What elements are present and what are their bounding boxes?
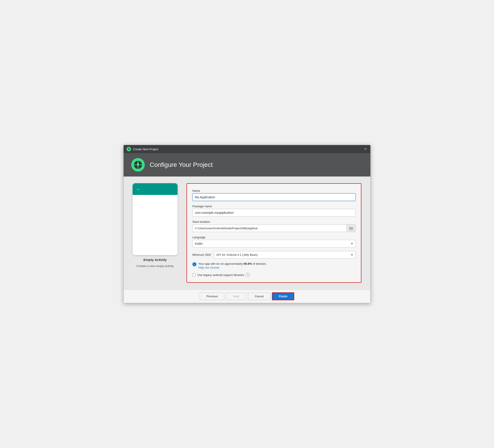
min-sdk-select[interactable]: API 16: Android 4.1 (Jelly Bean) API 21:… bbox=[214, 251, 356, 259]
window-title: Create New Project bbox=[133, 148, 159, 151]
browse-folder-button[interactable] bbox=[346, 224, 356, 232]
save-location-input[interactable] bbox=[192, 224, 346, 232]
svg-text:A: A bbox=[128, 148, 130, 151]
help-me-choose-link[interactable]: Help me choose bbox=[198, 266, 267, 269]
name-label: Name bbox=[192, 189, 356, 192]
footer: Previous Next Cancel Finish bbox=[124, 289, 370, 303]
language-select[interactable]: Kotlin Java bbox=[192, 240, 356, 248]
info-text: Your app will run on approximately 99.8%… bbox=[198, 262, 267, 265]
package-name-input[interactable] bbox=[192, 209, 356, 216]
package-name-group: Package name bbox=[192, 205, 356, 216]
language-select-wrapper: Kotlin Java ▼ bbox=[192, 240, 356, 248]
legacy-help-icon[interactable]: ? bbox=[246, 273, 250, 277]
info-percent: 99.8% bbox=[244, 262, 252, 265]
save-location-row bbox=[192, 224, 356, 232]
name-group: Name bbox=[192, 189, 356, 201]
left-panel: ← Empty Activity Creates a new empty act… bbox=[133, 183, 178, 268]
legacy-checkbox-label: Use legacy android.support libraries bbox=[197, 273, 244, 277]
package-name-label: Package name bbox=[192, 205, 356, 208]
legacy-checkbox[interactable] bbox=[192, 273, 196, 276]
activity-label: Empty Activity bbox=[143, 258, 167, 262]
phone-body bbox=[133, 195, 178, 255]
save-location-group: Save location bbox=[192, 220, 356, 232]
configure-project-icon bbox=[131, 158, 145, 172]
close-button[interactable]: ✕ bbox=[363, 147, 368, 151]
language-label: Language bbox=[192, 236, 356, 239]
content-area: ← Empty Activity Creates a new empty act… bbox=[124, 177, 370, 289]
phone-top-bar: ← bbox=[133, 183, 178, 195]
back-arrow-icon: ← bbox=[136, 187, 141, 192]
create-new-project-window: A Create New Project ✕ Configure Your Pr… bbox=[124, 145, 370, 303]
title-bar: A Create New Project ✕ bbox=[124, 145, 370, 153]
name-input[interactable] bbox=[192, 193, 356, 201]
android-studio-logo: A bbox=[126, 147, 131, 152]
svg-rect-11 bbox=[349, 228, 353, 229]
save-location-label: Save location bbox=[192, 220, 356, 224]
previous-button[interactable]: Previous bbox=[200, 293, 224, 300]
finish-button[interactable]: Finish bbox=[272, 292, 294, 300]
info-text-block: Your app will run on approximately 99.8%… bbox=[198, 262, 267, 269]
svg-rect-10 bbox=[349, 227, 351, 228]
form-panel: Name Package name Save location bbox=[186, 183, 361, 283]
min-sdk-row: Minimum SDK API 16: Android 4.1 (Jelly B… bbox=[192, 251, 356, 259]
cancel-button[interactable]: Cancel bbox=[248, 293, 270, 300]
legacy-checkbox-row: Use legacy android.support libraries ? bbox=[192, 273, 356, 277]
min-sdk-label: Minimum SDK bbox=[192, 253, 211, 257]
info-row: i Your app will run on approximately 99.… bbox=[192, 262, 356, 269]
header-banner: Configure Your Project bbox=[124, 153, 370, 177]
activity-desc: Creates a new empty activity bbox=[136, 264, 174, 268]
folder-icon bbox=[349, 226, 353, 230]
title-bar-left: A Create New Project bbox=[126, 147, 159, 152]
language-group: Language Kotlin Java ▼ bbox=[192, 236, 356, 248]
next-button[interactable]: Next bbox=[226, 293, 246, 300]
header-title: Configure Your Project bbox=[150, 161, 213, 168]
min-sdk-select-wrapper: API 16: Android 4.1 (Jelly Bean) API 21:… bbox=[214, 251, 356, 259]
phone-mockup: ← bbox=[133, 183, 178, 255]
info-icon: i bbox=[192, 262, 197, 266]
